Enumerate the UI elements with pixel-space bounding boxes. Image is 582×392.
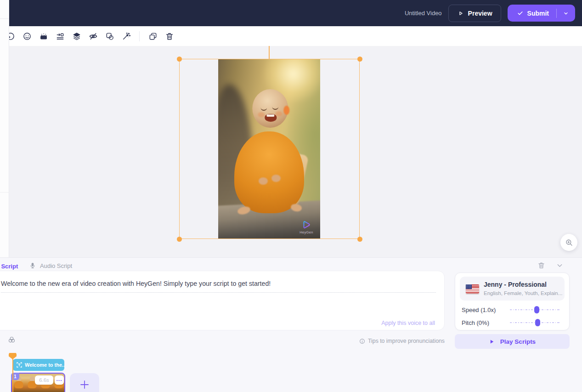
zoom-in-button[interactable] — [560, 234, 577, 251]
voice-name: Jenny - Professional — [484, 281, 547, 288]
collapse-panel-icon[interactable] — [556, 261, 564, 269]
hide-icon[interactable] — [88, 31, 98, 41]
monk-cheek — [258, 112, 265, 117]
pronunciation-tips-link[interactable]: Tips to improve pronunciations — [359, 338, 445, 344]
script-panel-footer: Tips to improve pronunciations Play Scri… — [0, 334, 582, 349]
pitch-label: Pitch (0%) — [462, 319, 489, 326]
selection-handle-bottom-left[interactable] — [177, 237, 182, 242]
sidebar-divider — [0, 18, 9, 19]
monk-eye — [260, 107, 267, 111]
script-text[interactable]: Welcome to the new era of video creation… — [1, 279, 436, 288]
caption-chip[interactable]: Welcome to the... — [13, 359, 64, 371]
gpt-script-icon[interactable] — [8, 336, 16, 344]
effects-icon[interactable] — [39, 31, 48, 41]
pitch-slider-thumb[interactable] — [535, 319, 540, 326]
delete-scene-script-icon[interactable] — [537, 261, 545, 269]
pitch-slider-row: Pitch (0%) — [462, 318, 565, 327]
clip-more-button[interactable]: ... — [55, 375, 64, 385]
info-icon — [359, 338, 365, 344]
monk-mouth — [265, 114, 277, 122]
duration-badge: 6.6s — [35, 375, 53, 385]
heygen-editor: Untitled Video Preview Submit — [0, 0, 582, 392]
check-icon — [517, 10, 524, 17]
avatar-image[interactable]: HeyGen — [218, 59, 320, 239]
preview-button[interactable]: Preview — [448, 5, 501, 22]
speed-label: Speed (1.0x) — [462, 307, 496, 313]
play-scripts-button[interactable]: Play Scripts — [455, 334, 570, 349]
submit-dropdown-button[interactable] — [557, 5, 575, 22]
monk-hand — [271, 175, 281, 182]
text-scene-icon — [17, 362, 22, 368]
submit-button[interactable]: Submit — [508, 5, 556, 22]
timeline: Welcome to the... 1 6.6s ... — [0, 352, 582, 392]
top-navbar: Untitled Video Preview Submit — [9, 0, 582, 26]
video-canvas[interactable]: HeyGen — [9, 46, 582, 257]
speed-slider-row: Speed (1.0x) — [462, 306, 565, 314]
script-underline — [1, 292, 436, 293]
monk-ear — [283, 106, 289, 115]
selection-handle-top-left[interactable] — [177, 57, 182, 62]
pitch-slider[interactable] — [510, 322, 560, 323]
monk-head — [252, 89, 288, 128]
sidebar-divider — [0, 192, 9, 193]
play-icon — [489, 339, 495, 345]
monk-robe — [234, 131, 304, 213]
selection-stem — [269, 45, 270, 59]
submit-label: Submit — [527, 10, 549, 17]
sidebar-edge — [0, 0, 9, 257]
add-scene-button[interactable] — [70, 373, 99, 392]
voice-selector[interactable]: Jenny - Professional English, Female, Yo… — [460, 277, 565, 301]
submit-split-button: Submit — [508, 5, 575, 22]
monk-hand — [259, 177, 268, 185]
tab-text-script[interactable]: Text Script — [0, 263, 18, 270]
duplicate-icon[interactable] — [148, 31, 158, 41]
layers-icon[interactable] — [72, 31, 81, 41]
apply-voice-to-all-link[interactable]: Apply this voice to all — [381, 320, 435, 326]
watermark-label: HeyGen — [296, 230, 316, 234]
tab-audio-script[interactable]: Audio Script — [29, 262, 72, 269]
toolbar-separator — [139, 31, 140, 41]
magic-wand-icon[interactable] — [121, 31, 131, 41]
caption-label: Welcome to the... — [25, 362, 64, 368]
speed-slider[interactable] — [510, 309, 560, 310]
voice-settings-card: Jenny - Professional English, Female, Yo… — [455, 273, 570, 330]
voice-traits: English, Female, Youth, Explain... — [484, 290, 562, 296]
microphone-icon — [29, 262, 36, 269]
emoji-icon[interactable] — [22, 31, 32, 41]
selection-handle-top-right[interactable] — [357, 57, 362, 62]
monk-eye — [272, 106, 278, 110]
tab-audio-label: Audio Script — [40, 262, 72, 269]
play-scripts-label: Play Scripts — [500, 338, 536, 345]
us-flag-icon — [466, 284, 479, 294]
group-icon[interactable] — [105, 31, 114, 41]
tips-label: Tips to improve pronunciations — [368, 338, 445, 344]
selection-handle-bottom-right[interactable] — [357, 237, 362, 242]
heygen-watermark: HeyGen — [296, 220, 316, 234]
delete-icon[interactable] — [164, 31, 174, 41]
script-panel: Text Script Audio Script Welcome to the … — [0, 257, 582, 352]
preview-label: Preview — [468, 10, 492, 17]
speed-slider-thumb[interactable] — [534, 306, 539, 313]
video-title[interactable]: Untitled Video — [405, 10, 442, 17]
transition-icon[interactable] — [55, 31, 65, 41]
element-toolbar — [9, 26, 582, 46]
script-editor[interactable]: Welcome to the new era of video creation… — [0, 271, 445, 330]
play-outline-icon — [457, 10, 464, 17]
playhead-line — [12, 358, 13, 392]
chevron-down-icon — [563, 10, 569, 17]
